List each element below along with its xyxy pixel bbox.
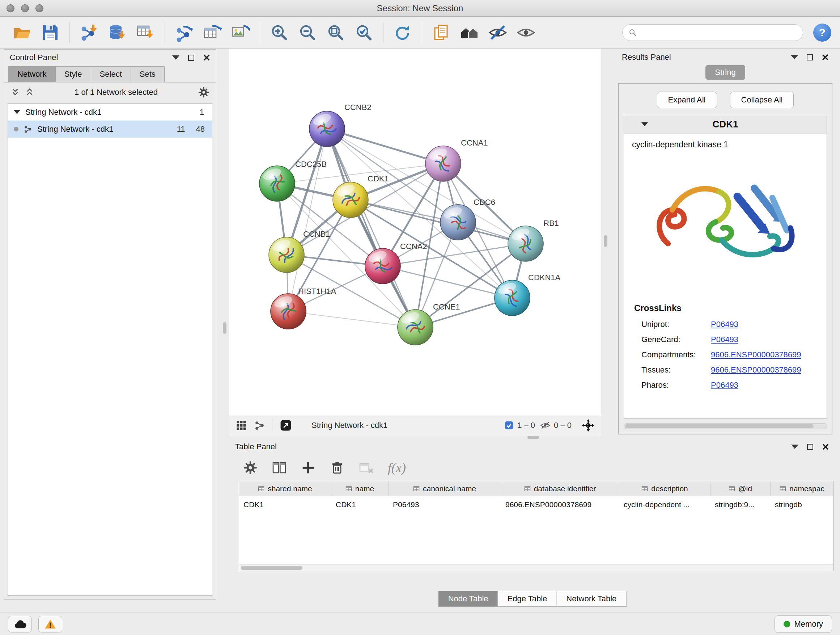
zoom-fit-button[interactable] (322, 20, 349, 45)
minimize-window-button[interactable] (21, 4, 29, 12)
help-button[interactable]: ? (813, 24, 831, 42)
gear-icon[interactable] (198, 87, 210, 98)
bottom-splitter-handle[interactable] (527, 436, 539, 439)
network-node-CDK1[interactable] (333, 182, 368, 218)
table-gear-icon[interactable] (243, 461, 257, 475)
function-builder-button[interactable]: f(x) (388, 460, 406, 475)
crosslink-link[interactable]: P06493 (711, 380, 738, 390)
crosslink-label: Pharos: (641, 380, 711, 390)
results-scrollbar[interactable] (624, 423, 827, 429)
collapse-all-icon[interactable] (11, 88, 20, 97)
zoom-selected-button[interactable] (351, 20, 377, 45)
crosslink-link[interactable]: 9606.ENSP00000378699 (711, 350, 801, 359)
refresh-view-button[interactable] (389, 20, 416, 45)
network-node-CCNA2[interactable] (365, 249, 401, 284)
network-node-HIST1H1A[interactable] (271, 294, 306, 329)
network-view-share-icon[interactable] (254, 420, 265, 431)
save-session-button[interactable] (37, 20, 64, 45)
delete-table-icon[interactable] (359, 461, 373, 475)
expand-all-icon[interactable] (25, 88, 34, 97)
zoom-window-button[interactable] (35, 4, 43, 12)
network-node-CCNE1[interactable] (398, 310, 433, 345)
import-network-database-button[interactable] (104, 20, 131, 45)
add-column-icon[interactable] (301, 461, 316, 475)
network-node-CDKN1A[interactable] (494, 280, 530, 316)
tab-select[interactable]: Select (91, 66, 131, 82)
crosslink-label: Uniprot: (641, 320, 711, 329)
houses-button[interactable] (456, 20, 483, 45)
network-from-table-button[interactable] (199, 20, 226, 45)
network-edge (288, 311, 415, 327)
hidden-eye-slash-icon[interactable] (540, 420, 550, 431)
expand-all-button[interactable]: Expand All (657, 92, 717, 108)
crosslink-row: Uniprot:P06493 (624, 317, 827, 332)
new-network-button[interactable] (171, 20, 197, 45)
show-columns-icon[interactable] (272, 461, 286, 475)
column-header-database-identifier[interactable]: database identifier (501, 481, 619, 496)
table-tab-network-table[interactable]: Network Table (556, 591, 626, 607)
results-panel-menu-icon[interactable] (791, 55, 798, 59)
network-canvas[interactable]: CCNB2CCNA1CDC25BCDK1CDC6RB1CCNB1CCNA2CDK… (229, 49, 601, 416)
export-image-button[interactable] (227, 20, 254, 45)
warnings-button[interactable] (38, 616, 62, 632)
duplicate-document-button[interactable] (428, 20, 455, 45)
network-node-CDC25B[interactable] (259, 166, 295, 201)
show-all-button[interactable] (513, 20, 539, 45)
column-header-canonical-name[interactable]: canonical name (388, 481, 501, 496)
collapse-all-button[interactable]: Collapse All (730, 92, 794, 108)
network-node-CCNA1[interactable] (425, 146, 461, 181)
close-panel-icon[interactable] (203, 54, 210, 61)
cloud-status-button[interactable] (8, 616, 32, 632)
column-header--id[interactable]: @id (711, 481, 771, 496)
crosslink-link[interactable]: P06493 (711, 335, 738, 344)
network-node-CCNB1[interactable] (269, 237, 304, 272)
table-close-icon[interactable] (822, 443, 829, 450)
column-header-name[interactable]: name (332, 481, 388, 496)
results-tab-string[interactable]: String (706, 65, 745, 80)
tree-disclosure-icon[interactable] (14, 110, 20, 114)
table-horizontal-scrollbar[interactable] (239, 564, 833, 571)
float-panel-icon[interactable] (188, 55, 194, 61)
gene-card-header[interactable]: CDK1 (624, 115, 827, 134)
zoom-in-button[interactable] (266, 20, 293, 45)
memory-button[interactable]: Memory (775, 616, 832, 633)
results-close-icon[interactable] (821, 54, 829, 61)
network-collection-row[interactable]: String Network - cdk1 1 (8, 103, 212, 120)
right-splitter-handle[interactable] (604, 235, 607, 247)
table-row[interactable]: CDK1CDK1P064939606.ENSP00000378699cyclin… (239, 496, 833, 513)
network-row[interactable]: String Network - cdk1 11 48 (8, 120, 212, 138)
results-float-icon[interactable] (807, 54, 813, 60)
network-node-CCNB2[interactable] (309, 111, 345, 147)
zoom-out-button[interactable] (294, 20, 321, 45)
selected-checkbox-icon[interactable] (504, 421, 514, 430)
table-float-icon[interactable] (807, 444, 813, 450)
network-node-CDC6[interactable] (440, 204, 476, 240)
left-splitter-handle[interactable] (223, 322, 226, 334)
table-panel-menu-icon[interactable] (791, 445, 798, 449)
delete-column-trash-icon[interactable] (330, 461, 344, 475)
hide-selected-button[interactable] (485, 20, 511, 45)
search-input[interactable] (641, 28, 797, 37)
tab-network[interactable]: Network (8, 66, 56, 82)
gene-name: CDK1 (713, 119, 738, 130)
column-header-shared-name[interactable]: shared name (239, 481, 332, 496)
table-tab-edge-table[interactable]: Edge Table (498, 591, 557, 607)
gene-disclosure-icon[interactable] (641, 122, 648, 126)
pan-crosshair-icon[interactable] (582, 419, 595, 432)
tab-sets[interactable]: Sets (131, 66, 164, 82)
network-node-RB1[interactable] (508, 226, 543, 261)
close-window-button[interactable] (6, 4, 14, 12)
open-session-button[interactable] (9, 20, 35, 45)
import-table-file-button[interactable] (132, 20, 159, 45)
crosslink-link[interactable]: 9606.ENSP00000378699 (711, 365, 801, 375)
import-network-file-button[interactable] (76, 20, 103, 45)
detach-view-icon[interactable] (279, 419, 292, 432)
grid-view-icon[interactable] (236, 420, 247, 431)
tab-style[interactable]: Style (55, 66, 91, 82)
crosslink-link[interactable]: P06493 (711, 320, 738, 329)
column-header-namespac[interactable]: namespac (771, 481, 834, 496)
column-header-description[interactable]: description (619, 481, 711, 496)
panel-menu-icon[interactable] (172, 55, 180, 60)
toolbar-search[interactable] (622, 24, 803, 41)
table-tab-node-table[interactable]: Node Table (439, 591, 498, 607)
